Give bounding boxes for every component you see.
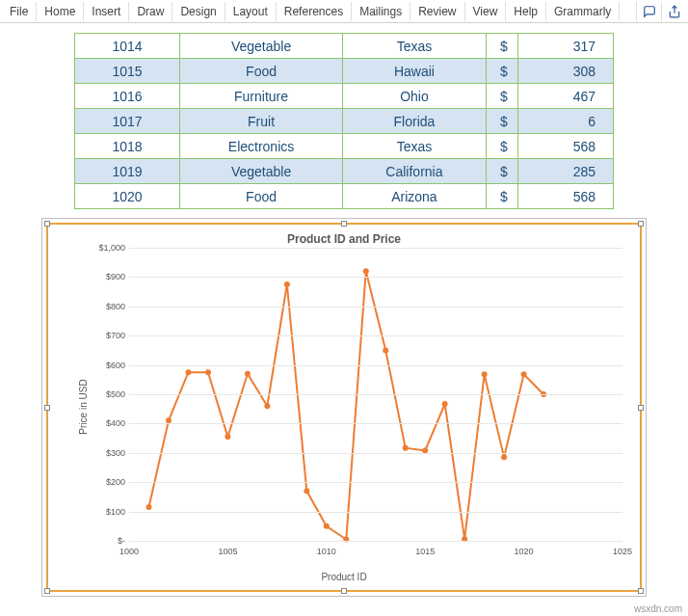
- cell-category: Food: [180, 184, 343, 209]
- y-tick-label: $900: [106, 272, 125, 281]
- cell-state: Florida: [342, 109, 486, 134]
- ribbon-tab-references[interactable]: References: [277, 2, 352, 21]
- x-tick-label: 1015: [415, 547, 435, 556]
- table-row: 1020FoodArizona$568: [75, 184, 614, 209]
- cell-currency: $: [486, 84, 517, 109]
- chart-grid: $-$100$200$300$400$500$600$700$800$900$1…: [129, 248, 622, 541]
- cell-currency: $: [486, 134, 517, 159]
- gridline: [129, 277, 622, 278]
- resize-handle-w[interactable]: [44, 405, 50, 411]
- cell-currency: $: [486, 34, 517, 59]
- cell-category: Vegetable: [180, 34, 343, 59]
- cell-value: 308: [517, 59, 613, 84]
- cell-id: 1015: [75, 59, 180, 84]
- resize-handle-sw[interactable]: [44, 588, 50, 594]
- cell-state: Ohio: [342, 84, 486, 109]
- cell-id: 1014: [75, 34, 180, 59]
- gridline: [129, 541, 622, 542]
- svg-point-18: [482, 371, 488, 377]
- cell-value: 317: [517, 34, 613, 59]
- comments-button[interactable]: [636, 2, 661, 21]
- cell-category: Vegetable: [180, 159, 343, 184]
- y-tick-label: $800: [106, 302, 125, 311]
- gridline: [129, 365, 622, 366]
- gridline: [129, 307, 622, 308]
- svg-point-5: [225, 434, 230, 440]
- svg-point-19: [501, 454, 507, 460]
- svg-point-7: [264, 403, 270, 409]
- resize-handle-se[interactable]: [638, 588, 644, 594]
- svg-point-3: [185, 369, 191, 375]
- svg-point-14: [403, 445, 409, 451]
- table-row: 1019VegetableCalifornia$285: [75, 159, 614, 184]
- ribbon: FileHomeInsertDrawDesignLayoutReferences…: [0, 0, 688, 23]
- cell-id: 1016: [75, 84, 180, 109]
- svg-point-10: [324, 523, 330, 529]
- gridline: [129, 423, 622, 424]
- data-table: 1014VegetableTexas$3171015FoodHawaii$308…: [74, 33, 614, 209]
- table-row: 1014VegetableTexas$317: [75, 34, 614, 59]
- document-page: 1014VegetableTexas$3171015FoodHawaii$308…: [0, 23, 688, 616]
- y-tick-label: $500: [106, 389, 125, 399]
- cell-value: 285: [517, 159, 613, 184]
- y-tick-label: $600: [106, 361, 125, 370]
- y-tick-label: $1,000: [98, 243, 125, 253]
- svg-point-4: [205, 369, 211, 375]
- cell-id: 1019: [75, 159, 180, 184]
- svg-point-13: [383, 347, 388, 353]
- cell-value: 6: [517, 109, 613, 134]
- svg-point-20: [521, 371, 527, 377]
- gridline: [129, 335, 622, 336]
- ribbon-tab-design[interactable]: Design: [172, 2, 225, 21]
- ribbon-tab-grammarly[interactable]: Grammarly: [546, 2, 620, 21]
- ribbon-tab-insert[interactable]: Insert: [84, 2, 129, 21]
- x-axis-label: Product ID: [52, 572, 636, 586]
- ribbon-tab-mailings[interactable]: Mailings: [352, 2, 410, 21]
- gridline: [129, 453, 622, 454]
- resize-handle-e[interactable]: [638, 405, 644, 411]
- watermark: wsxdn.com: [634, 603, 682, 614]
- cell-id: 1020: [75, 184, 180, 209]
- resize-handle-nw[interactable]: [44, 221, 50, 227]
- share-button[interactable]: [661, 2, 686, 21]
- gridline: [129, 512, 622, 513]
- x-tick-label: 1025: [613, 547, 632, 556]
- y-axis-label: Price in USD: [78, 379, 89, 434]
- y-tick-label: $700: [106, 331, 125, 340]
- y-tick-label: $200: [106, 477, 125, 487]
- svg-point-16: [442, 401, 448, 407]
- cell-category: Furniture: [180, 84, 343, 109]
- cell-state: Texas: [342, 134, 486, 159]
- cell-state: Texas: [342, 34, 486, 59]
- cell-category: Food: [180, 59, 343, 84]
- gridline: [129, 482, 622, 483]
- x-tick-label: 1000: [119, 547, 139, 556]
- table-row: 1018ElectronicsTexas$568: [75, 134, 614, 159]
- svg-point-12: [363, 268, 369, 274]
- svg-point-1: [146, 504, 151, 510]
- ribbon-tab-view[interactable]: View: [465, 2, 507, 21]
- chart-plot-area: Price in USD $-$100$200$300$400$500$600$…: [93, 248, 628, 566]
- resize-handle-n[interactable]: [341, 221, 347, 227]
- cell-category: Fruit: [180, 109, 343, 134]
- cell-state: California: [342, 159, 486, 184]
- cell-currency: $: [486, 109, 517, 134]
- chart-object[interactable]: Product ID and Price Price in USD $-$100…: [46, 223, 642, 592]
- ribbon-tab-draw[interactable]: Draw: [129, 2, 172, 21]
- cell-value: 568: [517, 134, 613, 159]
- ribbon-tab-help[interactable]: Help: [506, 2, 546, 21]
- resize-handle-ne[interactable]: [638, 221, 644, 227]
- cell-category: Electronics: [180, 134, 343, 159]
- y-tick-label: $100: [106, 507, 125, 517]
- ribbon-tab-home[interactable]: Home: [37, 2, 84, 21]
- y-tick-label: $300: [106, 448, 125, 458]
- resize-handle-s[interactable]: [341, 588, 347, 594]
- gridline: [129, 248, 622, 249]
- ribbon-tab-layout[interactable]: Layout: [225, 2, 277, 21]
- table-row: 1016FurnitureOhio$467: [75, 84, 614, 109]
- ribbon-tab-review[interactable]: Review: [410, 2, 464, 21]
- svg-point-9: [304, 488, 309, 494]
- ribbon-tab-file[interactable]: File: [2, 2, 37, 21]
- chart-title: Product ID and Price: [52, 228, 636, 248]
- cell-value: 568: [517, 184, 613, 209]
